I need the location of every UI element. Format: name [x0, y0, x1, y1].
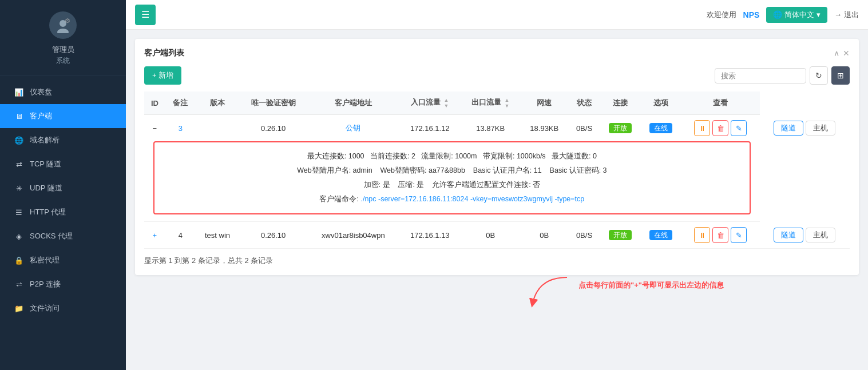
sidebar-item-label: 私密代理 [30, 255, 60, 265]
sidebar-nav: 📊 仪表盘 🖥 客户端 🌐 域名解析 ⇄ TCP 隧道 ✳ UDP 隧道 ☰ H… [0, 75, 126, 370]
refresh-button[interactable]: ↻ [810, 66, 828, 85]
conn-badge-online: 在线 [649, 230, 672, 240]
logout-icon: → [834, 10, 842, 19]
sidebar-item-private[interactable]: 🔒 私密代理 [0, 248, 126, 272]
socks-icon: ◈ [14, 232, 24, 241]
row2-status: 开放 [600, 222, 641, 249]
collapse-icon[interactable]: − [153, 124, 157, 133]
sidebar-item-socks[interactable]: ◈ SOCKS 代理 [0, 224, 126, 248]
file-icon: 📁 [14, 304, 24, 313]
language-button[interactable]: 🌐 简体中文 ▾ [766, 7, 827, 23]
sidebar-item-client[interactable]: 🖥 客户端 [0, 104, 126, 128]
delete-button[interactable]: 🗑 [712, 227, 728, 243]
sidebar-item-label: 文件访问 [30, 303, 60, 313]
status-badge-open: 开放 [609, 230, 632, 240]
delete-button[interactable]: 🗑 [712, 120, 728, 136]
detail-line4: 客户端命令: ./npc -server=172.16.186.11:8024 … [164, 192, 740, 206]
tunnel-button[interactable]: 隧道 [774, 121, 803, 136]
detail-line1: 最大连接数: 1000 当前连接数: 2 流量限制: 1000m 带宽限制: 1… [164, 149, 740, 164]
row2-key: xwv01ar8isb04wpn [307, 222, 399, 249]
private-icon: 🔒 [14, 256, 24, 265]
row1-expand[interactable]: − [144, 115, 165, 142]
row1-speed: 0B/S [568, 115, 600, 142]
topbar: ☰ 欢迎使用 NPS 🌐 简体中文 ▾ → 退出 [126, 0, 868, 30]
card-header-actions: ∧ ✕ [834, 49, 850, 58]
client-cmd: ./npc -server=172.16.186.11:8024 -vkey=m… [360, 195, 584, 203]
tunnel-button[interactable]: 隧道 [774, 228, 803, 242]
row2-expand[interactable]: + [144, 222, 165, 249]
client-icon: 🖥 [14, 112, 24, 121]
row1-options: ⏸ 🗑 ✎ [681, 115, 760, 142]
logout-label: 退出 [844, 10, 859, 20]
toolbar-right: ↻ ⊞ [715, 66, 850, 85]
columns-button[interactable]: ⊞ [831, 66, 850, 85]
annotation-text: 点击每行前面的"+"号即可显示出左边的信息 [578, 280, 724, 291]
table-row: − 3 0.26.10 公钥 172.16.1.12 13.87KB 18.93… [144, 115, 850, 142]
host-button[interactable]: 主机 [806, 121, 835, 136]
sidebar-item-dns[interactable]: 🌐 域名解析 [0, 128, 126, 152]
sidebar-item-http[interactable]: ☰ HTTP 代理 [0, 200, 126, 224]
in-flow-sort: ▲▼ [444, 97, 449, 109]
view-buttons: 隧道 主机 [764, 121, 845, 136]
col-speed: 网速 [521, 91, 568, 115]
sidebar-item-tcp[interactable]: ⇄ TCP 隧道 [0, 152, 126, 176]
row1-remark [196, 115, 239, 142]
basic-pwd: 3 [603, 166, 607, 174]
action-buttons: ⏸ 🗑 ✎ [686, 227, 755, 243]
edit-button[interactable]: ✎ [731, 227, 747, 243]
sidebar-item-file[interactable]: 📁 文件访问 [0, 296, 126, 320]
welcome-text: 欢迎使用 [707, 10, 736, 20]
topbar-left: ☰ [135, 5, 156, 25]
avatar: ⚙ [49, 11, 77, 39]
sidebar-item-udp[interactable]: ✳ UDP 隧道 [0, 176, 126, 200]
row2-address: 172.16.1.13 [399, 222, 461, 249]
table-body: − 3 0.26.10 公钥 172.16.1.12 13.87KB 18.93… [144, 115, 850, 249]
sidebar-item-p2p[interactable]: ⇌ P2P 连接 [0, 272, 126, 296]
sidebar-item-dashboard[interactable]: 📊 仪表盘 [0, 80, 126, 104]
table-header: ID 备注 版本 唯一验证密钥 客户端地址 入口流量 ▲▼ 出口流量 ▲▼ 网速… [144, 91, 850, 115]
bw-limit: 1000kb/s [517, 152, 546, 160]
row1-key[interactable]: 公钥 [307, 115, 399, 142]
lang-label: 简体中文 ▾ [784, 10, 821, 20]
sidebar: ⚙ 管理员 系统 📊 仪表盘 🖥 客户端 🌐 域名解析 ⇄ TCP 隧道 ✳ U… [0, 0, 126, 370]
row2-view: 隧道 主机 [760, 222, 850, 249]
action-buttons: ⏸ 🗑 ✎ [686, 120, 755, 136]
annotation-arrow [527, 274, 573, 309]
sidebar-user-role: 系统 [56, 56, 70, 66]
host-button[interactable]: 主机 [806, 228, 835, 242]
edit-button[interactable]: ✎ [731, 120, 747, 136]
client-list-card: 客户端列表 ∧ ✕ + 新增 ↻ ⊞ [135, 39, 859, 275]
menu-toggle-button[interactable]: ☰ [135, 5, 156, 25]
logout-button[interactable]: → 退出 [834, 10, 859, 20]
web-user: admin [353, 166, 372, 174]
content-area: 客户端列表 ∧ ✕ + 新增 ↻ ⊞ [126, 30, 868, 370]
lang-icon: 🌐 [773, 10, 782, 19]
detail-line3: 加密: 是 压缩: 是 允许客户端通过配置文件连接: 否 [164, 178, 740, 192]
view-buttons: 隧道 主机 [764, 228, 845, 242]
row1-address: 172.16.1.12 [399, 115, 461, 142]
toolbar: + 新增 ↻ ⊞ [144, 66, 850, 85]
pause-button[interactable]: ⏸ [694, 227, 710, 243]
expand-icon[interactable]: + [153, 231, 157, 240]
new-client-button[interactable]: + 新增 [144, 66, 181, 85]
cur-conn: 2 [411, 152, 415, 160]
row2-inflow: 0B [461, 222, 521, 249]
pause-button[interactable]: ⏸ [694, 120, 710, 136]
detail-box: 最大连接数: 1000 当前连接数: 2 流量限制: 1000m 带宽限制: 1… [153, 141, 751, 214]
row1-status: 开放 [600, 115, 641, 142]
table-wrapper: ID 备注 版本 唯一验证密钥 客户端地址 入口流量 ▲▼ 出口流量 ▲▼ 网速… [144, 91, 850, 249]
col-out-flow: 出口流量 ▲▼ [461, 91, 521, 115]
row2-version: 0.26.10 [239, 222, 307, 249]
search-input[interactable] [715, 68, 806, 83]
sidebar-item-label: TCP 隧道 [30, 159, 61, 169]
card-close-button[interactable]: ✕ [843, 49, 850, 58]
sidebar-item-label: HTTP 代理 [30, 207, 66, 217]
card-expand-button[interactable]: ∧ [834, 49, 839, 58]
conn-badge-online: 在线 [649, 123, 672, 133]
annotation-box: 点击每行前面的"+"号即可显示出左边的信息 [578, 280, 724, 291]
flow-limit: 1000m [455, 152, 477, 160]
sidebar-item-label: 仪表盘 [30, 87, 52, 97]
col-in-flow: 入口流量 ▲▼ [399, 91, 461, 115]
table-row: + 4 test win 0.26.10 xwv01ar8isb04wpn 17… [144, 222, 850, 249]
tcp-icon: ⇄ [14, 160, 24, 169]
